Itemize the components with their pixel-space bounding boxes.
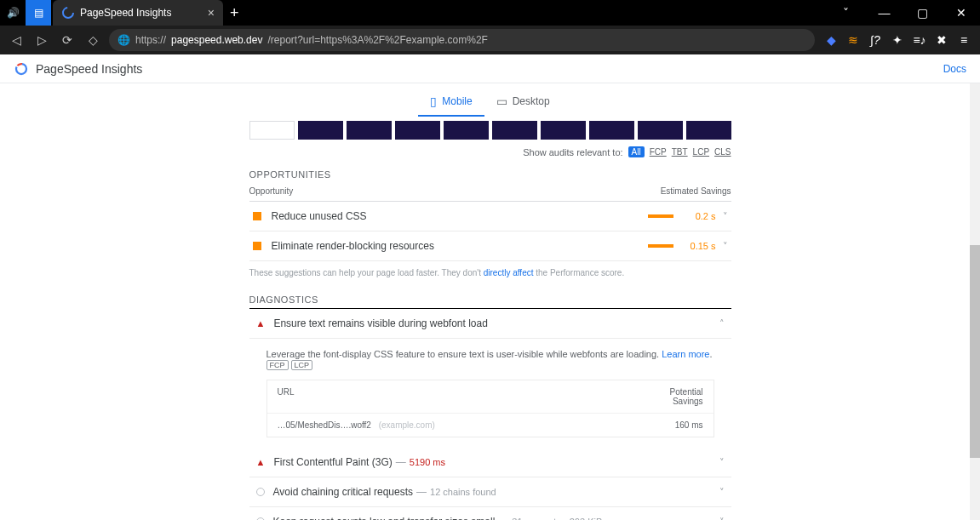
mobile-icon: ▯ — [430, 94, 437, 108]
filmstrip-frame[interactable] — [686, 121, 731, 140]
bookmark-icon[interactable]: ◇ — [83, 33, 102, 47]
resource-url: …05/MeshedDis….woff2 — [278, 420, 371, 430]
filmstrip-frame[interactable] — [347, 121, 392, 140]
opportunities-note: These suggestions can help your page loa… — [249, 268, 731, 277]
maximize-icon[interactable]: ▢ — [903, 0, 942, 26]
diagnostic-row-expanded[interactable]: ▲ Ensure text remains visible during web… — [249, 309, 731, 339]
cross-icon[interactable]: ✖ — [932, 31, 951, 49]
desktop-icon: ▭ — [496, 94, 507, 108]
shield-icon[interactable]: ◆ — [822, 31, 840, 49]
note-link[interactable]: directly affect — [484, 268, 534, 277]
triangle-warning-icon: ▲ — [256, 457, 266, 467]
filter-tbt[interactable]: TBT — [672, 147, 688, 157]
diagnostic-title: First Contentful Paint (3G) — [273, 456, 392, 468]
warning-square-icon — [253, 242, 261, 250]
chevron-down-icon: ˅ — [723, 241, 728, 252]
rss-icon[interactable]: ≋ — [844, 31, 863, 49]
list-icon[interactable]: ≡♪ — [910, 31, 929, 49]
minimize-icon[interactable]: — — [865, 0, 903, 26]
filmstrip-frame[interactable] — [541, 121, 586, 140]
filter-label: Show audits relevant to: — [523, 147, 622, 157]
film-strip — [249, 121, 731, 140]
filter-all[interactable]: All — [628, 146, 645, 157]
opportunity-row[interactable]: Reduce unused CSS 0.2 s ˅ — [249, 202, 731, 231]
tab-desktop-label: Desktop — [513, 95, 550, 107]
table-row: …05/MeshedDis….woff2 (example.com) 160 m… — [267, 413, 714, 437]
puzzle-icon[interactable]: ✦ — [888, 31, 907, 49]
browser-tab-strip: 🔊 ▤ PageSpeed Insights × + ˅ — ▢ ✕ — [0, 0, 980, 26]
globe-icon: 🌐 — [117, 34, 130, 46]
warning-square-icon — [253, 212, 261, 220]
tab-title: PageSpeed Insights — [80, 7, 203, 19]
savings-value: 0.2 s — [682, 211, 716, 221]
diagnostics-heading: DIAGNOSTICS — [249, 294, 731, 305]
savings-value: 0.15 s — [682, 241, 716, 251]
tab-mobile[interactable]: ▯ Mobile — [418, 88, 484, 117]
report-scroll-area: ▯ Mobile ▭ Desktop Show audits relevant … — [0, 83, 980, 520]
filmstrip-frame[interactable] — [638, 121, 683, 140]
col-savings: Estimated Savings — [661, 186, 731, 196]
opportunity-title: Reduce unused CSS — [272, 210, 367, 222]
learn-more-link[interactable]: Learn more — [662, 349, 709, 359]
col-url: URL — [278, 387, 652, 406]
forward-icon[interactable]: ▷ — [32, 33, 51, 47]
diagnostic-sub: 12 chains found — [430, 487, 496, 497]
browser-tab-active[interactable]: PageSpeed Insights × — [53, 0, 223, 26]
filmstrip-frame[interactable] — [298, 121, 343, 140]
filter-cls[interactable]: CLS — [714, 147, 731, 157]
close-icon[interactable]: × — [208, 6, 215, 20]
page-header: PageSpeed Insights Docs — [0, 54, 980, 83]
url-host: pagespeed.web.dev — [171, 34, 262, 46]
opportunity-row[interactable]: Eliminate render-blocking resources 0.15… — [249, 231, 731, 261]
menu-icon[interactable]: ≡ — [954, 31, 973, 49]
chevron-down-icon: ˅ — [719, 487, 725, 498]
opportunities-header-row: Opportunity Estimated Savings — [249, 181, 731, 202]
device-tabs: ▯ Mobile ▭ Desktop — [0, 83, 980, 117]
docs-link[interactable]: Docs — [943, 63, 966, 75]
back-icon[interactable]: ◁ — [7, 33, 26, 47]
opportunities-heading: OPPORTUNITIES — [249, 169, 731, 180]
opportunity-title: Eliminate render-blocking resources — [272, 240, 434, 252]
savings-bar — [648, 244, 673, 248]
filter-lcp[interactable]: LCP — [693, 147, 709, 157]
diagnostic-row[interactable]: Keep request counts low and transfer siz… — [249, 507, 731, 520]
filmstrip-frame[interactable] — [589, 121, 634, 140]
window-close-icon[interactable]: ✕ — [942, 0, 980, 26]
new-tab-button[interactable]: + — [223, 4, 246, 22]
scrollbar-track[interactable] — [970, 83, 980, 520]
url-input[interactable]: 🌐 https://pagespeed.web.dev/report?url=h… — [109, 29, 815, 51]
diagnostic-panel: Leverage the font-display CSS feature to… — [249, 339, 731, 448]
chevron-down-icon[interactable]: ˅ — [827, 0, 865, 26]
sound-icon[interactable]: 🔊 — [0, 0, 26, 26]
chevron-down-icon: ˅ — [723, 211, 728, 222]
circle-icon — [256, 488, 265, 496]
address-bar: ◁ ▷ ⟳ ◇ 🌐 https://pagespeed.web.dev/repo… — [0, 26, 980, 54]
diagnostic-row[interactable]: ▲ First Contentful Paint (3G)—5190 ms ˅ — [249, 448, 731, 477]
diagnostic-title: Ensure text remains visible during webfo… — [273, 317, 703, 329]
scrollbar-thumb[interactable] — [970, 245, 980, 458]
brand-text: PageSpeed Insights — [36, 62, 142, 76]
metric-tag-lcp: LCP — [291, 360, 313, 370]
docs-tab-icon[interactable]: ▤ — [26, 0, 51, 26]
reload-icon[interactable]: ⟳ — [58, 33, 77, 47]
diagnostic-table: URL Potential Savings …05/MeshedDis….wof… — [266, 380, 714, 437]
triangle-warning-icon: ▲ — [256, 318, 266, 329]
svg-point-0 — [63, 8, 73, 18]
url-scheme: https:// — [135, 34, 166, 46]
filmstrip-frame[interactable] — [492, 121, 537, 140]
filmstrip-frame[interactable] — [444, 121, 489, 140]
filmstrip-frame[interactable] — [395, 121, 440, 140]
integral-icon[interactable]: ∫? — [866, 31, 885, 49]
filter-fcp[interactable]: FCP — [650, 147, 667, 157]
col-opportunity: Opportunity — [249, 186, 661, 196]
filmstrip-frame[interactable] — [249, 121, 295, 140]
diagnostic-title: Keep request counts low and transfer siz… — [273, 516, 496, 520]
psi-brand[interactable]: PageSpeed Insights — [14, 61, 142, 77]
diagnostic-row[interactable]: Avoid chaining critical requests—12 chai… — [249, 477, 731, 507]
tab-mobile-label: Mobile — [442, 95, 472, 107]
tab-desktop[interactable]: ▭ Desktop — [484, 88, 562, 117]
resource-savings: 160 ms — [652, 420, 703, 430]
col-potential-savings: Potential Savings — [652, 387, 703, 406]
psi-favicon — [61, 6, 75, 20]
chevron-up-icon: ˄ — [719, 318, 725, 329]
